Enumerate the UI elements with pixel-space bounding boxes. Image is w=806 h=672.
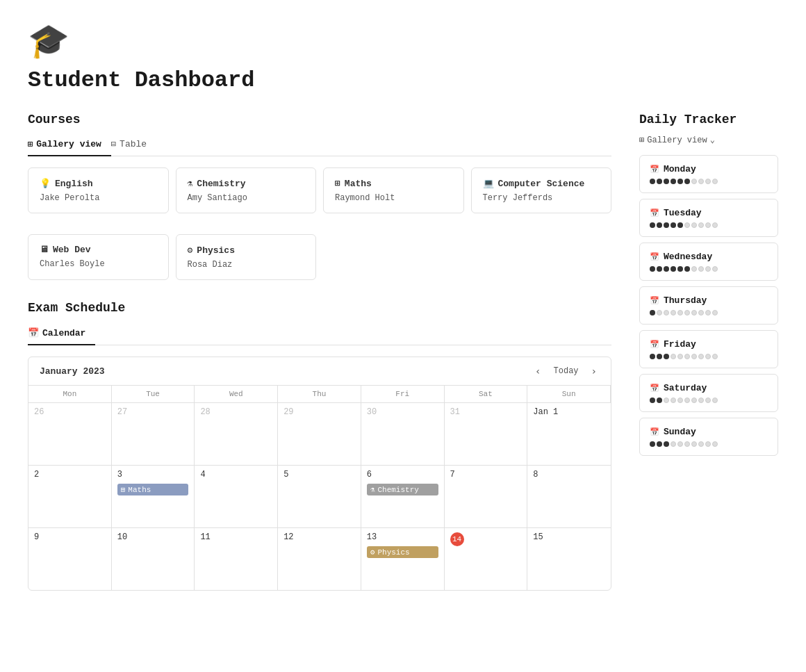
- cal-cell-27[interactable]: 27: [112, 402, 195, 465]
- cal-cell-10[interactable]: 10: [112, 527, 195, 590]
- cal-cell-31[interactable]: 31: [445, 402, 528, 465]
- cs-icon: 💻: [483, 178, 494, 189]
- cal-cell-15[interactable]: 15: [527, 527, 611, 590]
- calendar-header: January 2023 ‹ Today ›: [28, 357, 611, 385]
- dot-filled: [650, 222, 655, 228]
- tracker-dots-saturday: [650, 398, 768, 403]
- dot-filled: [671, 222, 676, 228]
- cal-cell-14[interactable]: 14: [445, 527, 528, 590]
- tracker-card-monday[interactable]: 📅Monday: [639, 155, 778, 193]
- physics-icon: ⚙: [188, 245, 193, 256]
- dot-filled: [664, 441, 669, 447]
- course-card-chemistry[interactable]: ⚗ Chemistry Amy Santiago: [176, 167, 317, 213]
- tracker-card-thursday[interactable]: 📅Thursday: [639, 286, 778, 325]
- nav-prev[interactable]: ‹: [532, 364, 543, 378]
- courses-grid-row1: 💡 English Jake Perolta ⚗ Chemistry Amy S…: [28, 167, 611, 213]
- teacher-cs: Terry Jefferds: [483, 193, 600, 203]
- cal-cell-28[interactable]: 28: [195, 402, 278, 465]
- today-button[interactable]: Today: [550, 365, 583, 377]
- tab-table[interactable]: ⊟ Table: [111, 135, 156, 156]
- dot-empty: [712, 398, 718, 403]
- dot-empty: [698, 310, 704, 315]
- physics-event-icon: ⚙: [370, 548, 375, 557]
- cal-cell-30[interactable]: 30: [361, 402, 445, 465]
- day-header-sun: Sun: [527, 385, 611, 402]
- dot-filled: [657, 179, 662, 184]
- cal-cell-12[interactable]: 12: [278, 527, 361, 590]
- cal-cell-jan1[interactable]: Jan 1: [527, 402, 611, 465]
- tab-gallery-view[interactable]: ⊞ Gallery view: [28, 135, 111, 156]
- exam-schedule-tabs: 📅 Calendar: [28, 323, 611, 345]
- event-chemistry[interactable]: ⚗ Chemistry: [367, 484, 438, 495]
- dot-empty: [671, 398, 676, 403]
- course-card-english[interactable]: 💡 English Jake Perolta: [28, 167, 169, 213]
- calendar-month: January 2023: [40, 366, 105, 377]
- exam-schedule-section: Exam Schedule 📅 Calendar January 2023 ‹ …: [28, 301, 611, 591]
- cal-cell-4[interactable]: 4: [195, 465, 278, 527]
- dot-filled: [657, 354, 662, 359]
- webdev-icon: 🖥: [40, 245, 49, 255]
- cal-cell-7[interactable]: 7: [445, 465, 528, 527]
- dot-empty: [691, 354, 697, 359]
- course-card-webdev[interactable]: 🖥 Web Dev Charles Boyle: [28, 234, 169, 280]
- cal-cell-3[interactable]: 3 ⊞ Maths: [112, 465, 195, 527]
- dot-empty: [691, 179, 697, 184]
- dot-empty: [684, 398, 690, 403]
- dot-empty: [705, 310, 711, 315]
- dot-filled: [671, 179, 676, 184]
- cal-cell-11[interactable]: 11: [195, 527, 278, 590]
- tracker-card-saturday[interactable]: 📅Saturday: [639, 374, 778, 412]
- dot-empty: [698, 398, 704, 403]
- dot-empty: [698, 441, 704, 447]
- tracker-day-label-sunday: 📅Sunday: [650, 427, 768, 437]
- cal-cell-9[interactable]: 9: [28, 527, 112, 590]
- calendar-nav: ‹ Today ›: [532, 364, 600, 378]
- dot-empty: [691, 266, 697, 272]
- cal-cell-6[interactable]: 6 ⚗ Chemistry: [361, 465, 445, 527]
- tab-calendar[interactable]: 📅 Calendar: [28, 323, 95, 345]
- exam-schedule-title: Exam Schedule: [28, 301, 611, 315]
- tracker-card-wednesday[interactable]: 📅Wednesday: [639, 243, 778, 281]
- dot-empty: [677, 310, 683, 315]
- dot-filled: [684, 266, 690, 272]
- dot-filled: [657, 266, 662, 272]
- chemistry-event-icon: ⚗: [370, 485, 375, 494]
- course-card-physics[interactable]: ⚙ Physics Rosa Diaz: [176, 234, 317, 280]
- calendar-grid: Mon Tue Wed Thu Fri Sat Sun 26 27 28 29 …: [28, 385, 611, 590]
- dot-filled: [657, 398, 662, 403]
- cal-cell-5[interactable]: 5: [278, 465, 361, 527]
- tracker-dots-sunday: [650, 441, 768, 447]
- tracker-view-button[interactable]: ⊞ Gallery view ⌄: [639, 135, 778, 145]
- day-header-fri: Fri: [361, 385, 445, 402]
- cal-cell-26[interactable]: 26: [28, 402, 112, 465]
- dot-empty: [691, 441, 697, 447]
- cal-cell-29[interactable]: 29: [278, 402, 361, 465]
- gallery-icon: ⊞: [28, 139, 33, 149]
- dot-empty: [712, 266, 718, 272]
- tracker-dots-tuesday: [650, 222, 768, 228]
- calendar-tab-icon: 📅: [28, 327, 39, 338]
- dot-filled: [657, 441, 662, 447]
- table-icon: ⊟: [111, 139, 116, 149]
- course-name-maths: ⊞ Maths: [335, 178, 452, 189]
- event-physics[interactable]: ⚙ Physics: [367, 546, 438, 558]
- event-maths[interactable]: ⊞ Maths: [117, 484, 189, 495]
- tracker-dots-thursday: [650, 310, 768, 315]
- cal-cell-13[interactable]: 13 ⚙ Physics: [361, 527, 445, 590]
- day-header-sat: Sat: [445, 385, 528, 402]
- cal-cell-2[interactable]: 2: [28, 465, 112, 527]
- dot-filled: [677, 179, 683, 184]
- course-card-maths[interactable]: ⊞ Maths Raymond Holt: [323, 167, 464, 213]
- cal-cell-8[interactable]: 8: [527, 465, 611, 527]
- course-name-english: 💡 English: [40, 178, 157, 189]
- tracker-days-list: 📅Monday📅Tuesday📅Wednesday📅Thursday📅Frida…: [639, 155, 778, 456]
- dot-filled: [650, 179, 655, 184]
- dot-empty: [671, 354, 676, 359]
- nav-next[interactable]: ›: [589, 364, 600, 378]
- tracker-chevron-icon: ⌄: [710, 135, 715, 145]
- tracker-card-sunday[interactable]: 📅Sunday: [639, 418, 778, 456]
- dot-filled: [677, 266, 683, 272]
- tracker-card-tuesday[interactable]: 📅Tuesday: [639, 199, 778, 237]
- tracker-card-friday[interactable]: 📅Friday: [639, 330, 778, 368]
- course-card-cs[interactable]: 💻 Computer Science Terry Jefferds: [471, 167, 612, 213]
